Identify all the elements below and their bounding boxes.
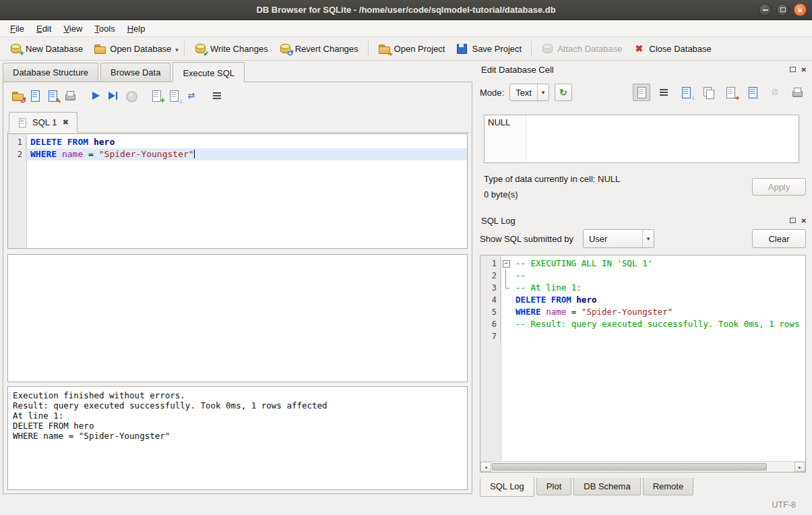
clear-log-button[interactable]: Clear bbox=[752, 229, 806, 248]
sql-tab-label: SQL 1 bbox=[32, 117, 57, 127]
copy-cell-button[interactable] bbox=[699, 84, 717, 101]
save-results-button[interactable] bbox=[165, 87, 183, 104]
sql-log-dock-header: SQL Log bbox=[480, 213, 808, 228]
close-dock-icon[interactable] bbox=[801, 66, 807, 73]
maximize-button[interactable] bbox=[776, 3, 789, 16]
save-project-label: Save Project bbox=[472, 44, 522, 54]
save-sql-as-button[interactable] bbox=[44, 87, 61, 104]
print-sql-button[interactable] bbox=[61, 87, 79, 104]
revert-changes-label: Revert Changes bbox=[295, 44, 358, 54]
tab-database-structure[interactable]: Database Structure bbox=[3, 63, 98, 82]
menu-file[interactable]: File bbox=[4, 22, 30, 36]
auto-format-button[interactable] bbox=[555, 84, 572, 101]
sql-log-lines: 1-- EXECUTING ALL IN 'SQL 1'2--3-- At li… bbox=[480, 255, 805, 461]
sql-log-view[interactable]: 1-- EXECUTING ALL IN 'SQL 1'2--3-- At li… bbox=[480, 255, 806, 473]
code-line-text: DELETE FROM hero bbox=[511, 294, 596, 306]
menu-edit[interactable]: Edit bbox=[30, 22, 57, 36]
save-sql-file-icon bbox=[29, 90, 41, 102]
save-sql-file-button[interactable] bbox=[26, 87, 44, 104]
set-null-button[interactable] bbox=[766, 84, 784, 101]
execute-sql-panel: SQL 1 1DELETE FROM hero2WHERE name = "Sp… bbox=[3, 82, 472, 494]
tab-sql-log[interactable]: SQL Log bbox=[480, 478, 534, 497]
menu-help[interactable]: Help bbox=[121, 22, 152, 36]
find-replace-button[interactable] bbox=[183, 87, 200, 104]
close-icon bbox=[797, 5, 803, 15]
code-line: 7 bbox=[480, 330, 805, 342]
tab-remote[interactable]: Remote bbox=[643, 478, 694, 495]
new-tab-button[interactable] bbox=[148, 87, 165, 104]
scrollbar-track[interactable] bbox=[491, 462, 794, 472]
close-database-icon bbox=[633, 42, 645, 55]
attach-database-button[interactable]: Attach Database bbox=[536, 39, 627, 58]
word-wrap-button[interactable] bbox=[208, 87, 226, 104]
mode-select[interactable]: Text bbox=[509, 84, 549, 101]
tab-db-schema[interactable]: DB Schema bbox=[573, 478, 640, 495]
close-dock-icon[interactable] bbox=[801, 217, 807, 224]
minimize-button[interactable] bbox=[759, 3, 772, 16]
import-cell-button[interactable] bbox=[677, 84, 695, 101]
save-cell-button[interactable] bbox=[744, 84, 761, 101]
line-number: 4 bbox=[480, 294, 501, 306]
text-mode-icon bbox=[635, 86, 648, 98]
open-project-button[interactable]: Open Project bbox=[373, 39, 451, 58]
open-sql-file-button[interactable] bbox=[9, 87, 26, 104]
write-changes-button[interactable]: Write Changes bbox=[189, 39, 274, 58]
open-sql-file-icon bbox=[11, 90, 24, 102]
scroll-right-button[interactable] bbox=[794, 462, 805, 472]
log-horizontal-scrollbar[interactable] bbox=[480, 461, 805, 472]
menu-view[interactable]: View bbox=[57, 22, 88, 36]
line-number: 3 bbox=[480, 282, 501, 294]
cell-word-wrap-button[interactable] bbox=[655, 84, 673, 101]
window-title: DB Browser for SQLite - /home/user/code/… bbox=[256, 5, 555, 15]
toolbar-separator bbox=[184, 41, 185, 56]
open-database-dropdown-arrow[interactable] bbox=[174, 44, 180, 54]
cell-value-editor[interactable]: NULL bbox=[484, 115, 799, 163]
execute-all-button[interactable] bbox=[87, 87, 104, 104]
sql-editor[interactable]: 1DELETE FROM hero2WHERE name = "Spider-Y… bbox=[7, 133, 468, 249]
results-grid[interactable] bbox=[7, 254, 468, 382]
tab-execute-sql[interactable]: Execute SQL bbox=[173, 62, 245, 82]
tab-close-icon[interactable] bbox=[61, 118, 70, 127]
text-mode-button[interactable] bbox=[633, 84, 650, 101]
code-line: 4DELETE FROM hero bbox=[480, 294, 805, 306]
cell-value: NULL bbox=[488, 117, 510, 127]
revert-changes-button[interactable]: Revert Changes bbox=[274, 39, 364, 58]
titlebar[interactable]: DB Browser for SQLite - /home/user/code/… bbox=[0, 0, 812, 20]
attach-database-label: Attach Database bbox=[557, 44, 622, 54]
sql-tab[interactable]: SQL 1 bbox=[9, 112, 77, 133]
stop-execution-button[interactable] bbox=[122, 87, 139, 104]
print-icon bbox=[64, 90, 76, 102]
save-project-button[interactable]: Save Project bbox=[450, 39, 527, 58]
new-database-button[interactable]: New Database bbox=[4, 39, 88, 58]
code-line: 3-- At line 1: bbox=[480, 282, 805, 294]
code-line-text: WHERE name = "Spider-Youngster" bbox=[511, 306, 673, 318]
fold-marker[interactable] bbox=[501, 258, 511, 270]
log-filter-select[interactable]: User bbox=[583, 229, 654, 248]
code-line: 2WHERE name = "Spider-Youngster" bbox=[8, 148, 467, 160]
open-database-button[interactable]: Open Database bbox=[88, 39, 177, 58]
close-database-button[interactable]: Close Database bbox=[627, 39, 717, 58]
print-cell-button[interactable] bbox=[788, 84, 806, 101]
float-dock-icon[interactable] bbox=[790, 67, 796, 72]
close-window-button[interactable] bbox=[794, 3, 807, 16]
scrollbar-thumb[interactable] bbox=[492, 463, 767, 471]
menu-tools[interactable]: Tools bbox=[88, 22, 121, 36]
code-line-text: DELETE FROM hero bbox=[26, 136, 115, 148]
tab-plot[interactable]: Plot bbox=[536, 478, 571, 495]
code-line: 5WHERE name = "Spider-Youngster" bbox=[480, 306, 805, 318]
export-cell-button[interactable] bbox=[722, 84, 739, 101]
code-line-text: -- At line 1: bbox=[511, 282, 582, 294]
scroll-left-button[interactable] bbox=[480, 462, 491, 472]
cell-size-info: 0 byte(s) bbox=[484, 189, 518, 200]
apply-button[interactable]: Apply bbox=[752, 178, 806, 195]
save-project-icon bbox=[456, 42, 468, 55]
toolbar-separator bbox=[368, 41, 369, 56]
new-database-icon bbox=[9, 42, 22, 55]
splitter-handle[interactable] bbox=[7, 249, 468, 253]
execute-line-button[interactable] bbox=[104, 87, 122, 104]
tab-browse-data[interactable]: Browse Data bbox=[100, 63, 170, 82]
close-database-label: Close Database bbox=[649, 44, 712, 54]
float-dock-icon[interactable] bbox=[790, 218, 796, 223]
splitter-handle[interactable] bbox=[7, 382, 468, 386]
maximize-icon bbox=[780, 7, 786, 12]
